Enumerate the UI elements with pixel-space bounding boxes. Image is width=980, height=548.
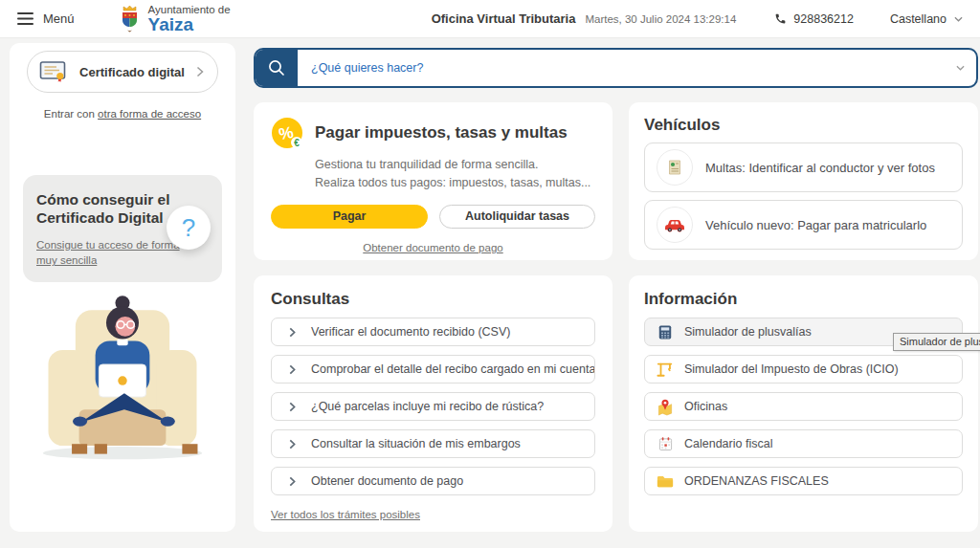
pay-desc-line2: Realiza todos tus pagos: impuestos, tasa… (315, 174, 595, 192)
org-name: Yaiza (148, 15, 231, 34)
fine-document-icon (657, 149, 693, 186)
certificate-icon (39, 60, 68, 83)
pay-button[interactable]: Pagar (271, 205, 428, 229)
logo-text: Ayuntamiento de Yaiza (148, 4, 231, 34)
vehicles-item-label: Vehículo nuevo: Pagar para matricularlo (705, 218, 926, 232)
info-item-label: Simulador de plusvalías (684, 325, 812, 339)
hamburger-icon (17, 12, 33, 25)
info-item-label: Oficinas (684, 400, 727, 413)
vehicles-title: Vehículos (644, 116, 963, 135)
pay-card-description: Gestiona tu tranquilidad de forma sencil… (315, 156, 595, 192)
informacion-card: Información Simulador (629, 275, 978, 532)
consulta-item-label: ¿Qué parcelas incluye mi recibo de rústi… (311, 400, 544, 413)
phone-block: 928836212 (774, 12, 854, 26)
consultas-title: Consultas (271, 290, 595, 309)
consulta-item-recibo[interactable]: Comprobar el detalle del recibo cargado … (271, 355, 595, 384)
main-content: % € Pagar impuestos, tasas y multas Gest… (254, 48, 978, 532)
alt-login-prefix: Entrar con (44, 108, 98, 120)
chevron-right-icon (283, 439, 301, 449)
consulta-item-label: Obtener documento de pago (311, 474, 463, 488)
alt-login-link[interactable]: otra forma de acceso (98, 108, 201, 120)
consulta-item-label: Comprobar el detalle del recibo cargado … (311, 362, 595, 376)
consulta-item-csv[interactable]: Verificar el documento recibido (CSV) (271, 318, 595, 346)
info-item-calendario[interactable]: Calendario fiscal (644, 429, 963, 458)
consulta-item-label: Consultar la situación de mis embargos (311, 437, 521, 450)
percent-coin-icon: % € (271, 117, 303, 149)
see-all-tramites-link[interactable]: Ver todos los trámites posibles (271, 509, 420, 520)
language-label: Castellano (890, 12, 947, 26)
coat-of-arms-icon (119, 5, 141, 33)
info-item-label: Calendario fiscal (684, 437, 772, 450)
chevron-right-icon (283, 364, 301, 375)
calendar-icon (657, 436, 674, 451)
info-item-label: Simulador del Impuesto de Obras (ICIO) (684, 362, 899, 376)
chevron-down-icon (956, 65, 965, 71)
pay-card: % € Pagar impuestos, tasas y multas Gest… (254, 102, 612, 260)
office-title: Oficina Virtual Tributaria (432, 11, 576, 26)
org-prefix: Ayuntamiento de (148, 4, 231, 15)
search-button[interactable] (256, 50, 298, 86)
vehicles-card: Vehículos Multas: Identificar al conduct… (629, 102, 978, 260)
search-dropdown-toggle[interactable] (944, 50, 976, 86)
search-icon (267, 58, 286, 77)
consulta-item-rustica[interactable]: ¿Qué parcelas incluye mi recibo de rústi… (271, 392, 595, 421)
chevron-right-icon (283, 327, 301, 338)
certificate-button-label: Certificado digital (76, 65, 189, 79)
chevron-down-icon (954, 16, 963, 22)
search-bar (254, 48, 978, 88)
chevron-right-icon (283, 476, 301, 487)
informacion-title: Información (644, 290, 963, 309)
info-item-label: ORDENANZAS FISCALES (684, 474, 829, 488)
certificate-help-box: Cómo conseguir el Certificado Digital Co… (23, 175, 222, 282)
consulta-item-embargos[interactable]: Consultar la situación de mis embargos (271, 429, 595, 458)
phone-number: 928836212 (793, 12, 854, 26)
info-item-ordenanzas[interactable]: ORDENANZAS FISCALES (644, 467, 963, 495)
consultas-card: Consultas Verificar el documento recibid… (254, 275, 612, 532)
info-item-oficinas[interactable]: Oficinas (644, 392, 963, 421)
consulta-item-documento-pago[interactable]: Obtener documento de pago (271, 467, 595, 495)
digital-certificate-button[interactable]: Certificado digital (27, 51, 218, 93)
search-input[interactable] (298, 50, 944, 86)
crane-icon (657, 361, 674, 378)
info-item-icio[interactable]: Simulador del Impuesto de Obras (ICIO) (644, 355, 963, 384)
alternative-login: Entrar con otra forma de acceso (23, 108, 222, 120)
language-selector[interactable]: Castellano (890, 12, 963, 26)
tooltip: Simulador de plusvalías (893, 333, 980, 351)
header-right: Oficina Virtual Tributaria Martes, 30 Ju… (432, 11, 963, 26)
chevron-right-icon (283, 402, 301, 412)
payment-document-link[interactable]: Obtener documento de pago (271, 242, 595, 253)
self-assess-button[interactable]: Autoliquidar tasas (439, 205, 595, 229)
menu-label: Menú (43, 11, 75, 26)
map-pin-icon (657, 398, 674, 416)
chevron-right-icon (196, 66, 204, 77)
help-box-link[interactable]: Consigue tu acceso de forma muy sencilla (36, 237, 182, 269)
logo[interactable]: Ayuntamiento de Yaiza (119, 4, 231, 34)
car-icon (657, 207, 693, 243)
vehicles-item-multas[interactable]: Multas: Identificar al conductor y ver f… (644, 142, 963, 192)
vehicles-item-label: Multas: Identificar al conductor y ver f… (705, 161, 935, 175)
login-sidebar: Certificado digital Entrar con otra form… (10, 43, 235, 532)
datetime: Martes, 30 Julio 2024 13:29:14 (585, 13, 736, 25)
folder-icon (657, 474, 674, 489)
page: Menú Ayuntamiento de Yaiza Oficina Virtu… (0, 0, 980, 548)
help-box-title: Cómo conseguir el Certificado Digital (36, 190, 172, 228)
vehicles-item-nuevo[interactable]: Vehículo nuevo: Pagar para matricularlo (644, 200, 963, 250)
help-question-icon[interactable]: ? (167, 206, 211, 250)
menu-button[interactable]: Menú (17, 11, 75, 26)
consulta-item-label: Verificar el documento recibido (CSV) (311, 325, 510, 339)
svg-text:€: € (294, 138, 300, 148)
person-laptop-illustration (23, 282, 222, 464)
top-header: Menú Ayuntamiento de Yaiza Oficina Virtu… (0, 0, 980, 38)
pay-card-title: Pagar impuestos, tasas y multas (315, 123, 568, 142)
phone-icon (774, 12, 787, 25)
calculator-icon (657, 324, 674, 340)
pay-desc-line1: Gestiona tu tranquilidad de forma sencil… (315, 156, 595, 174)
